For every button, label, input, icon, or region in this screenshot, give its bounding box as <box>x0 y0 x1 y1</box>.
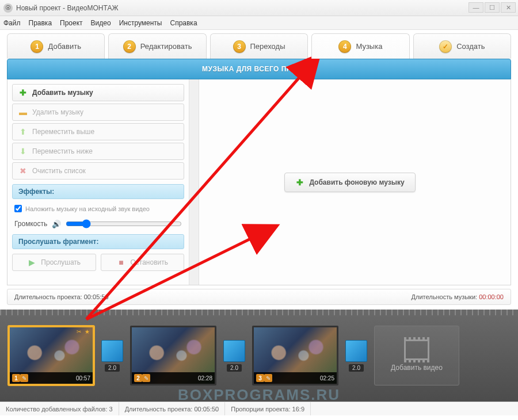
plus-icon: ✚ <box>18 88 28 97</box>
work-area: ✚Добавить музыку ▬Удалить музыку ⬆Переме… <box>7 79 511 285</box>
status-ratio: Пропорции проекта: 16:9 <box>225 402 311 415</box>
menu-video[interactable]: Видео <box>91 19 111 27</box>
play-button[interactable]: ▶Прослушать <box>12 254 96 271</box>
tab-label: Музыка <box>356 42 382 51</box>
step-tabs: 1Добавить 2Редактировать 3Переходы 4Музы… <box>0 30 518 59</box>
left-panel: ✚Добавить музыку ▬Удалить музыку ⬆Переме… <box>7 79 189 285</box>
section-header: МУЗЫКА ДЛЯ ВСЕГО ПРОЕКТА <box>7 59 511 79</box>
transition-duration: 2.0 <box>349 364 364 372</box>
btn-label: Очистить список <box>32 167 86 175</box>
clip-markers: ✂★ <box>77 329 92 335</box>
transition-icon <box>101 340 123 362</box>
clip-3[interactable]: 3✎02:25 <box>252 326 338 385</box>
move-up-button[interactable]: ⬆Переместить выше <box>12 123 184 140</box>
step-badge-2: 2 <box>123 40 136 53</box>
delete-music-button[interactable]: ▬Удалить музыку <box>12 104 184 121</box>
effects-header: Эффекты: <box>12 184 184 199</box>
titlebar: ⦿ Новый проект - ВидеоМОНТАЖ — ☐ ✕ <box>0 0 518 16</box>
menu-file[interactable]: Файл <box>3 19 21 27</box>
btn-label: Прослушать <box>41 258 81 266</box>
edit-icon[interactable]: ✎ <box>20 374 28 382</box>
scrollbar[interactable] <box>189 79 199 285</box>
tab-edit[interactable]: 2Редактировать <box>108 33 206 59</box>
volume-label: Громкость <box>14 220 47 228</box>
stop-button[interactable]: ■Остановить <box>101 254 185 271</box>
btn-label: Переместить выше <box>32 128 94 136</box>
tab-label: Редактировать <box>140 42 192 51</box>
btn-label: Добавить музыку <box>32 89 93 97</box>
menu-project[interactable]: Проект <box>60 19 83 27</box>
transition-icon <box>345 340 367 362</box>
stop-icon: ■ <box>117 258 126 267</box>
right-panel: ✚ Добавить фоновую музыку <box>189 79 511 285</box>
add-video-label: Добавить видео <box>391 364 443 372</box>
move-down-button[interactable]: ⬇Переместить ниже <box>12 143 184 160</box>
clip-1[interactable]: ✂★ 1✎00:57 <box>8 326 94 385</box>
volume-row: Громкость 🔊 <box>12 218 184 230</box>
overlay-checkbox[interactable] <box>14 205 22 212</box>
app-icon: ⦿ <box>3 3 13 13</box>
edit-icon[interactable]: ✎ <box>142 374 150 382</box>
btn-label: Удалить музыку <box>32 108 83 116</box>
clip-number: 1 <box>12 374 20 382</box>
clip-time: 00:57 <box>76 375 90 381</box>
menu-edit[interactable]: Правка <box>29 19 52 27</box>
add-video-slot[interactable]: Добавить видео <box>374 326 459 385</box>
step-badge-1: 1 <box>31 40 43 53</box>
transition-1[interactable]: 2.0 <box>100 340 124 372</box>
tab-add[interactable]: 1Добавить <box>7 33 105 59</box>
clip-time: 02:28 <box>198 375 212 381</box>
window-title: Новый проект - ВидеоМОНТАЖ <box>16 4 119 12</box>
play-icon: ▶ <box>27 258 36 267</box>
add-background-music-button[interactable]: ✚ Добавить фоновую музыку <box>284 173 415 192</box>
status-duration: Длительность проекта: 00:05:50 <box>119 402 226 415</box>
timeline: ✂★ 1✎00:57 2.0 2✎02:28 2.0 3✎02:25 2.0 Д… <box>0 310 518 402</box>
duration-info-bar: Длительность проекта: 00:05:50 Длительно… <box>7 289 511 305</box>
transition-icon <box>223 340 245 362</box>
tab-create[interactable]: Создать <box>413 33 511 59</box>
listen-header: Прослушать фрагмент: <box>12 234 184 249</box>
minimize-button[interactable]: — <box>469 2 483 13</box>
step-badge-4: 4 <box>338 40 351 53</box>
menu-tools[interactable]: Инструменты <box>119 19 162 27</box>
arrow-up-icon: ⬆ <box>18 127 28 136</box>
clip-2[interactable]: 2✎02:28 <box>130 326 216 385</box>
status-bar: Количество добавленных файлов: 3 Длитель… <box>0 402 518 415</box>
transition-3[interactable]: 2.0 <box>344 340 368 372</box>
btn-label: Остановить <box>131 258 169 266</box>
x-icon: ✖ <box>18 166 28 175</box>
clip-number: 3 <box>256 374 264 382</box>
tab-music[interactable]: 4Музыка <box>311 33 409 59</box>
volume-slider[interactable] <box>66 219 182 228</box>
arrow-down-icon: ⬇ <box>18 147 28 156</box>
clip-number: 2 <box>134 374 142 382</box>
film-icon <box>404 339 429 360</box>
overlay-label: Наложить музыку на исходный звук видео <box>25 205 150 212</box>
menubar: Файл Правка Проект Видео Инструменты Спр… <box>0 16 518 30</box>
btn-label: Переместить ниже <box>32 147 93 155</box>
clear-list-button[interactable]: ✖Очистить список <box>12 162 184 180</box>
tab-transitions[interactable]: 3Переходы <box>210 33 308 59</box>
transition-duration: 2.0 <box>227 364 242 372</box>
speaker-icon: 🔊 <box>52 220 61 228</box>
maximize-button[interactable]: ☐ <box>485 2 500 13</box>
plus-icon: ✚ <box>295 178 304 187</box>
minus-icon: ▬ <box>18 108 28 117</box>
tab-label: Создать <box>456 42 485 51</box>
tab-label: Переходы <box>250 42 285 51</box>
star-icon: ★ <box>85 329 92 335</box>
add-music-button[interactable]: ✚Добавить музыку <box>12 84 184 101</box>
transition-2[interactable]: 2.0 <box>222 340 246 372</box>
tab-label: Добавить <box>48 42 81 51</box>
step-badge-check <box>439 40 452 53</box>
clip-time: 02:25 <box>320 375 334 381</box>
music-length: Длительность музыки: 00:00:00 <box>412 293 504 300</box>
close-button[interactable]: ✕ <box>501 2 516 13</box>
step-badge-3: 3 <box>233 40 246 53</box>
menu-help[interactable]: Справка <box>170 19 197 27</box>
btn-label: Добавить фоновую музыку <box>309 178 404 186</box>
edit-icon[interactable]: ✎ <box>264 374 272 382</box>
overlay-checkbox-row[interactable]: Наложить музыку на исходный звук видео <box>12 201 184 216</box>
scissors-icon: ✂ <box>77 329 83 335</box>
project-length: Длительность проекта: 00:05:50 <box>14 293 109 300</box>
